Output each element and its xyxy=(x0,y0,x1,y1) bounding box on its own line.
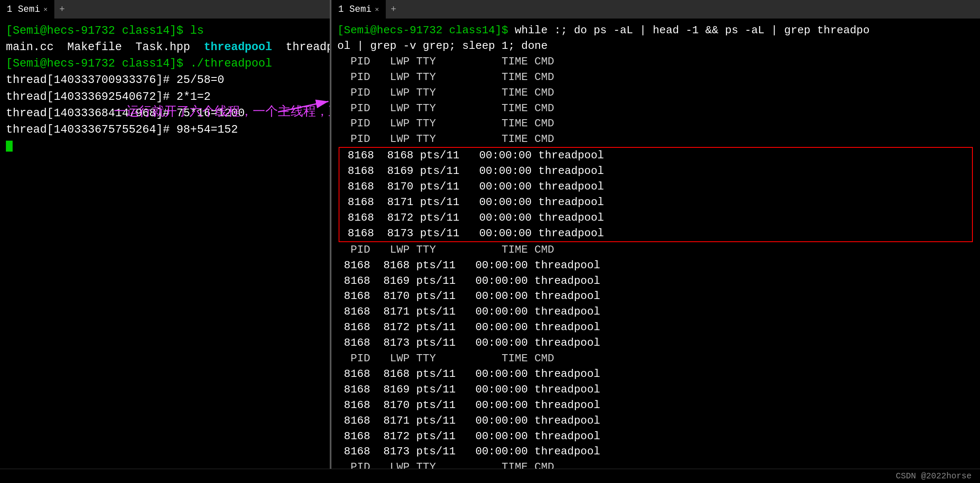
ps-header-repeat-3: PID LWP TTY TIME CMD xyxy=(337,461,554,469)
red-highlighted-box: 8168 8168 pts/11 00:00:00 threadpool 816… xyxy=(339,147,973,242)
ps-header-6: PID LWP TTY TIME CMD xyxy=(337,133,554,145)
annotation-text: 一运行就开了六个线程，一个主线程，五个新线程 xyxy=(114,102,330,120)
left-tab-add-button[interactable]: + xyxy=(54,4,70,15)
thread2-output: thread[140333692540672]# 2*1=2 xyxy=(6,91,211,103)
thread1-output: thread[140333700933376]# 25/58=0 xyxy=(6,74,224,86)
right-tab-close-icon[interactable]: ✕ xyxy=(375,5,379,13)
left-prompt2: [Semi@hecs-91732 class14]$ ./threadpool xyxy=(6,57,272,70)
ps-header-2: PID LWP TTY TIME CMD xyxy=(337,71,554,83)
ps-header-5: PID LWP TTY TIME CMD xyxy=(337,117,554,130)
ps-header-4: PID LWP TTY TIME CMD xyxy=(337,102,554,115)
cursor-block xyxy=(6,141,13,152)
ps-header-3: PID LWP TTY TIME CMD xyxy=(337,86,554,99)
right-terminal-body: [Semi@hecs-91732 class14]$ while :; do p… xyxy=(331,19,980,469)
ps-header-repeat-2: PID LWP TTY TIME CMD xyxy=(337,352,554,365)
left-prompt1: [Semi@hecs-91732 class14]$ ls xyxy=(6,24,204,37)
right-pane-tab[interactable]: 1 Semi ✕ xyxy=(331,0,386,19)
left-tab-close-icon[interactable]: ✕ xyxy=(43,5,48,13)
ps-header-repeat-1: PID LWP TTY TIME CMD xyxy=(337,243,554,256)
ls-output: main.cc Makefile Task.hpp threadpool thr… xyxy=(6,41,330,53)
right-command-prompt: [Semi@hecs-91732 class14]$ while :; do p… xyxy=(337,24,870,52)
left-terminal-body: [Semi@hecs-91732 class14]$ ls main.cc Ma… xyxy=(0,19,330,469)
thread4-output: thread[140333675755264]# 98+54=152 xyxy=(6,123,238,136)
right-tab-label: 1 Semi xyxy=(338,4,371,15)
right-tab-add-button[interactable]: + xyxy=(386,4,401,15)
left-pane-tab[interactable]: 1 Semi ✕ xyxy=(0,0,54,19)
footer-text: CSDN @2022horse xyxy=(896,471,972,481)
ps-header-1: PID LWP TTY TIME CMD xyxy=(337,55,554,68)
footer-bar: CSDN @2022horse xyxy=(0,469,980,483)
left-tab-label: 1 Semi xyxy=(7,4,40,15)
